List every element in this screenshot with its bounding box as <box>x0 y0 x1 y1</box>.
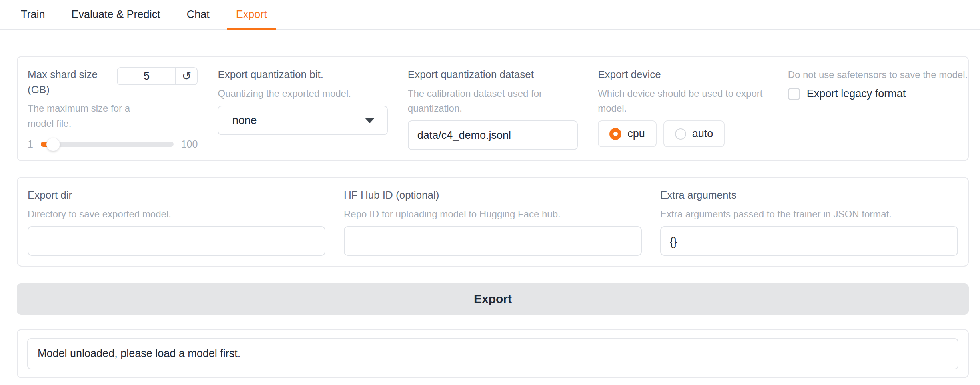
export-quantization-dataset-info: The calibration dataset used for quantiz… <box>408 86 578 116</box>
radio-selected-icon <box>609 128 621 140</box>
extra-arguments-input[interactable]: {} <box>660 226 958 256</box>
max-shard-size-input[interactable] <box>118 68 176 84</box>
max-shard-size-number-box: ↺ <box>117 67 198 85</box>
export-settings-panel: Max shard size (GB) ↺ The maximum size f… <box>17 56 969 161</box>
radio-option-auto[interactable]: auto <box>663 120 725 147</box>
export-tab-content: Max shard size (GB) ↺ The maximum size f… <box>0 56 980 378</box>
export-device-info: Which device should be used to export mo… <box>598 86 768 116</box>
tab-evaluate-predict[interactable]: Evaluate & Predict <box>63 0 169 30</box>
hf-hub-id-block: HF Hub ID (optional) Repo ID for uploadi… <box>344 188 642 256</box>
export-quantization-dataset-label: Export quantization dataset <box>408 67 578 82</box>
extra-arguments-label: Extra arguments <box>660 188 958 203</box>
export-quantization-bit-block: Export quantization bit. Quantizing the … <box>218 67 387 150</box>
export-quantization-dataset-input[interactable] <box>408 120 578 150</box>
reset-icon[interactable]: ↺ <box>176 68 197 84</box>
radio-option-cpu[interactable]: cpu <box>598 120 657 147</box>
export-device-label: Export device <box>598 67 768 82</box>
extra-arguments-block: Extra arguments Extra arguments passed t… <box>660 188 958 256</box>
slider-max-label: 100 <box>181 138 198 150</box>
export-quantization-dataset-block: Export quantization dataset The calibrat… <box>408 67 578 150</box>
export-dir-label: Export dir <box>28 188 325 203</box>
export-legacy-format-info: Do not use safetensors to save the model… <box>788 67 958 82</box>
export-quantization-bit-label: Export quantization bit. <box>218 67 387 82</box>
max-shard-size-slider-row: 1 100 <box>28 132 198 150</box>
checkbox-unchecked-icon[interactable] <box>788 88 800 100</box>
export-quantization-bit-info: Quantizing the exported model. <box>218 86 387 101</box>
output-textbox[interactable]: Model unloaded, please load a model firs… <box>27 338 958 369</box>
tab-bar: Train Evaluate & Predict Chat Export <box>0 0 980 30</box>
export-dir-block: Export dir Directory to save exported mo… <box>28 188 325 256</box>
export-dir-info: Directory to save exported model. <box>28 207 325 221</box>
hf-hub-id-info: Repo ID for uploading model to Hugging F… <box>344 207 642 221</box>
export-button[interactable]: Export <box>17 283 969 315</box>
dropdown-selected-value: none <box>232 114 364 127</box>
radio-option-cpu-label: cpu <box>627 128 645 140</box>
export-device-radio-group: cpu auto <box>598 120 768 147</box>
tab-chat[interactable]: Chat <box>178 0 218 30</box>
max-shard-size-info: The maximum size for a model file. <box>28 101 134 130</box>
export-device-block: Export device Which device should be use… <box>598 67 768 150</box>
extra-arguments-info: Extra arguments passed to the trainer in… <box>660 207 958 221</box>
max-shard-size-block: Max shard size (GB) ↺ The maximum size f… <box>28 67 198 150</box>
dropdown-arrow-icon <box>365 118 375 123</box>
max-shard-size-label: Max shard size (GB) <box>28 67 112 97</box>
slider-min-label: 1 <box>28 138 33 150</box>
export-legacy-format-checkbox-row[interactable]: Export legacy format <box>788 88 958 100</box>
export-paths-panel: Export dir Directory to save exported mo… <box>17 177 969 267</box>
slider-handle[interactable] <box>46 138 60 151</box>
export-quantization-bit-dropdown[interactable]: none <box>218 106 387 135</box>
radio-option-auto-label: auto <box>692 128 713 140</box>
hf-hub-id-input[interactable] <box>344 226 642 256</box>
hf-hub-id-label: HF Hub ID (optional) <box>344 188 642 203</box>
tab-export[interactable]: Export <box>227 0 276 30</box>
export-legacy-format-block: Do not use safetensors to save the model… <box>788 67 958 150</box>
export-legacy-format-label: Export legacy format <box>807 88 906 100</box>
radio-unselected-icon <box>675 128 686 140</box>
max-shard-size-slider[interactable] <box>41 142 174 147</box>
tab-train[interactable]: Train <box>12 0 54 30</box>
export-dir-input[interactable] <box>28 226 325 256</box>
output-panel: Model unloaded, please load a model firs… <box>17 329 969 378</box>
